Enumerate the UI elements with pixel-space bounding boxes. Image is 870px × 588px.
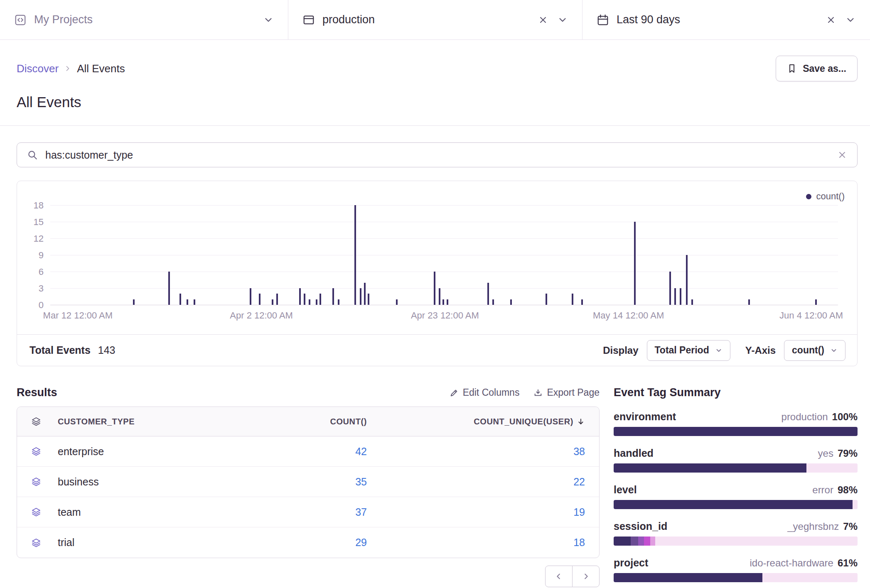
save-as-label: Save as... (803, 63, 846, 74)
layers-icon (31, 477, 58, 487)
tag-name: session_id (614, 520, 667, 532)
customer-type-value: team (58, 506, 234, 518)
display-dropdown-value: Total Period (655, 345, 709, 356)
results-table: CUSTOMER_TYPE COUNT() COUNT_UNIQUE(USER)… (17, 407, 600, 558)
export-page-label: Export Page (547, 387, 600, 398)
tag-summary-title: Event Tag Summary (614, 386, 858, 399)
calendar-icon (597, 14, 609, 26)
tag-name: level (614, 484, 637, 496)
tag-item-project: project ido-react-hardware 61% (614, 557, 858, 582)
yaxis-dropdown-value: count() (792, 345, 824, 356)
chart-footer: Total Events 143 Display Total Period Y-… (17, 334, 857, 366)
tag-distribution-bar[interactable] (614, 500, 858, 509)
date-range-label: Last 90 days (617, 13, 680, 26)
table-row: team 37 19 (17, 497, 599, 527)
chart-plot: 0369121518 (50, 206, 838, 305)
chevron-right-icon (64, 64, 72, 73)
breadcrumb-current: All Events (77, 62, 125, 75)
tag-name: environment (614, 411, 676, 423)
count-unique-value[interactable]: 38 (367, 446, 585, 458)
chevron-down-icon (830, 347, 838, 354)
pagination (17, 566, 600, 587)
customer-type-value: trial (58, 537, 234, 549)
tag-top-value: ido-react-hardware (750, 557, 833, 569)
table-row: enterprise 42 38 (17, 436, 599, 467)
tag-percent: 79% (838, 448, 858, 459)
tag-item-session-id: session_id _yeghrsbnz 7% (614, 520, 858, 546)
tag-distribution-bar[interactable] (614, 427, 858, 436)
tag-name: project (614, 557, 648, 569)
download-icon (533, 388, 543, 397)
chevron-down-icon (715, 347, 723, 354)
chart-xticks: Mar 12 12:00 AMApr 2 12:00 AMApr 23 12:0… (50, 310, 838, 323)
customer-type-value: enterprise (58, 446, 234, 458)
count-value[interactable]: 37 (234, 506, 367, 518)
tag-top-value: yes (818, 448, 833, 459)
count-unique-value[interactable]: 19 (367, 506, 585, 518)
environment-selector[interactable]: production (288, 0, 582, 39)
search-bar[interactable]: has:customer_type (17, 142, 858, 167)
edit-columns-label: Edit Columns (463, 387, 520, 398)
breadcrumb-row: Discover All Events Save as... (0, 40, 870, 81)
tag-distribution-bar[interactable] (614, 573, 858, 582)
layers-icon (31, 446, 58, 456)
events-chart[interactable]: count() 0369121518 Mar 12 12:00 AMApr 2 … (17, 181, 857, 335)
yaxis-dropdown[interactable]: count() (784, 340, 845, 361)
chart-legend[interactable]: count() (806, 191, 845, 202)
chevron-down-icon[interactable] (263, 15, 274, 25)
tag-item-level: level error 98% (614, 484, 858, 509)
chevron-down-icon[interactable] (557, 15, 568, 25)
tag-name: handled (614, 447, 654, 459)
projects-icon (14, 14, 27, 26)
count-unique-value[interactable]: 18 (367, 537, 585, 549)
clear-date-range-icon[interactable] (826, 15, 836, 25)
count-value[interactable]: 42 (234, 446, 367, 458)
project-selector[interactable]: My Projects (0, 0, 288, 39)
page-title: All Events (0, 81, 870, 125)
events-chart-panel: count() 0369121518 Mar 12 12:00 AMApr 2 … (17, 181, 858, 366)
date-range-selector[interactable]: Last 90 days (582, 0, 870, 39)
pencil-icon (450, 388, 459, 397)
tag-item-handled: handled yes 79% (614, 447, 858, 473)
chevron-down-icon[interactable] (845, 15, 856, 25)
tag-top-value: error (812, 484, 833, 496)
export-page-button[interactable]: Export Page (533, 387, 600, 398)
previous-page-button[interactable] (545, 566, 573, 587)
total-events-value: 143 (98, 344, 116, 356)
count-unique-value[interactable]: 22 (367, 476, 585, 488)
next-page-button[interactable] (572, 566, 600, 587)
tag-percent: 61% (838, 557, 858, 569)
count-value[interactable]: 29 (234, 537, 367, 549)
column-header-count-unique[interactable]: COUNT_UNIQUE(USER) (474, 417, 573, 426)
table-row: business 35 22 (17, 467, 599, 497)
display-dropdown[interactable]: Total Period (647, 340, 730, 361)
breadcrumb: Discover All Events (17, 62, 125, 75)
clear-environment-icon[interactable] (538, 15, 548, 25)
total-events-label: Total Events (29, 344, 91, 356)
tag-distribution-bar[interactable] (614, 537, 858, 546)
results-title: Results (17, 386, 57, 399)
top-bar: My Projects production (0, 0, 870, 40)
count-value[interactable]: 35 (234, 476, 367, 488)
breadcrumb-discover-link[interactable]: Discover (17, 62, 59, 75)
tag-top-value: production (782, 411, 828, 423)
column-header-count[interactable]: COUNT() (234, 417, 367, 426)
layers-icon (31, 416, 58, 426)
tag-percent: 7% (843, 521, 858, 532)
table-row: trial 29 18 (17, 527, 599, 558)
sort-desc-icon[interactable] (577, 417, 585, 426)
project-selector-label: My Projects (34, 13, 93, 26)
window-icon (302, 14, 315, 26)
tag-percent: 100% (832, 411, 858, 423)
layers-icon (31, 507, 58, 517)
edit-columns-button[interactable]: Edit Columns (450, 387, 520, 398)
total-events: Total Events 143 (29, 344, 116, 356)
search-query[interactable]: has:customer_type (45, 149, 133, 161)
environment-selector-label: production (322, 13, 375, 26)
clear-search-icon[interactable] (837, 150, 847, 160)
save-as-button[interactable]: Save as... (776, 56, 858, 81)
tag-top-value: _yeghrsbnz (787, 521, 839, 532)
column-header-customer-type[interactable]: CUSTOMER_TYPE (58, 417, 234, 426)
bookmark-icon (787, 64, 797, 74)
tag-distribution-bar[interactable] (614, 463, 858, 473)
